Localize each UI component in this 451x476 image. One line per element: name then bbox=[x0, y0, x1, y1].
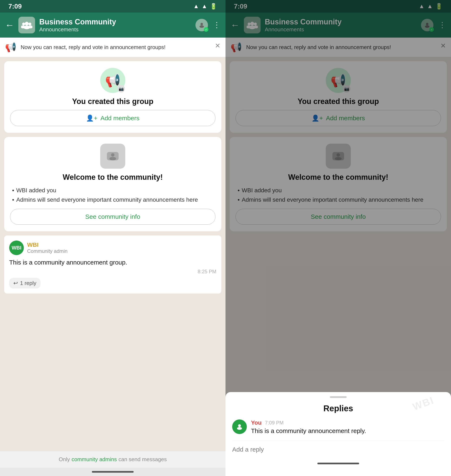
community-title-left: Welcome to the community! bbox=[63, 173, 163, 182]
message-text-left: This is a community announcement group. bbox=[9, 258, 216, 267]
signal-icon: ▲ bbox=[201, 3, 207, 10]
megaphone-big-icon-left: 📢 bbox=[105, 73, 121, 88]
group-avatar-left bbox=[18, 17, 35, 33]
add-members-button-left[interactable]: 👤+ Add members bbox=[10, 110, 215, 126]
replies-title: Replies bbox=[232, 404, 444, 413]
home-indicator-left bbox=[0, 468, 226, 476]
reply-text: This is a community announcement reply. bbox=[251, 427, 444, 434]
chat-header-left: ← Business Community Announcements ✓ ⋮ bbox=[0, 13, 226, 38]
reply-row: You 7:09 PM This is a community announce… bbox=[232, 417, 444, 437]
svg-point-0 bbox=[25, 22, 29, 25]
home-indicator-right bbox=[232, 459, 444, 468]
svg-point-6 bbox=[200, 23, 203, 25]
announcement-banner-left: 📢 Now you can react, reply and vote in a… bbox=[0, 38, 226, 57]
verified-check-left: ✓ bbox=[204, 27, 208, 32]
header-subtitle-left: Announcements bbox=[39, 26, 191, 33]
group-icon-circle-left: 📢 📷 bbox=[100, 68, 125, 93]
replies-sheet: Replies You 7:09 PM This is a community … bbox=[226, 392, 451, 476]
reply-input[interactable] bbox=[232, 441, 444, 455]
community-card-left: Welcome to the community! WBI added you … bbox=[4, 137, 221, 231]
svg-point-4 bbox=[28, 23, 31, 25]
home-bar-right bbox=[317, 463, 359, 464]
banner-text-left: Now you can react, reply and vote in ann… bbox=[21, 44, 220, 51]
svg-point-2 bbox=[22, 23, 25, 25]
sender-avatar-left: WBI bbox=[9, 240, 24, 255]
reply-avatar bbox=[232, 420, 247, 434]
right-panel: 7:09 ▲ ▲ 🔋 ← Business Community Announce… bbox=[226, 0, 451, 476]
see-community-info-button-left[interactable]: See community info bbox=[10, 209, 215, 225]
message-sender-row-left: WBI WBI Community admin bbox=[9, 240, 216, 255]
header-info-left: Business Community Announcements bbox=[39, 17, 191, 33]
footer-prefix-left: Only bbox=[59, 456, 70, 463]
chat-footer-left: Only community admins can send messages bbox=[0, 451, 226, 468]
sender-role-left: Community admin bbox=[27, 248, 68, 254]
add-members-icon-left: 👤+ bbox=[86, 114, 98, 122]
message-time-left: 8:25 PM bbox=[9, 269, 216, 275]
verified-badge-left: ✓ bbox=[195, 19, 208, 31]
reply-header: You 7:09 PM bbox=[251, 420, 444, 426]
camera-badge-left: 📷 bbox=[117, 85, 125, 93]
created-group-card-left: 📢 📷 You created this group 👤+ Add member… bbox=[4, 61, 221, 133]
reply-button-left[interactable]: ↩ 1 reply bbox=[9, 278, 40, 288]
wifi-icon: ▲ bbox=[193, 3, 199, 10]
see-info-label-left: See community info bbox=[85, 213, 140, 220]
sender-info-left: WBI Community admin bbox=[27, 242, 68, 254]
status-bar-left: 7:09 ▲ ▲ 🔋 bbox=[0, 0, 226, 13]
chat-message-left: WBI WBI Community admin This is a commun… bbox=[4, 236, 221, 294]
menu-button-left[interactable]: ⋮ bbox=[213, 21, 220, 29]
status-icons-left: ▲ ▲ 🔋 bbox=[193, 3, 217, 10]
bullet-1-left: WBI added you bbox=[12, 186, 215, 195]
sender-name-left: WBI bbox=[27, 242, 68, 248]
time-left: 7:09 bbox=[8, 2, 22, 10]
battery-icon: 🔋 bbox=[210, 3, 217, 10]
svg-point-7 bbox=[199, 25, 204, 28]
created-group-title-left: You created this group bbox=[72, 97, 153, 106]
add-members-label-left: Add members bbox=[100, 115, 139, 122]
svg-point-10 bbox=[109, 157, 116, 160]
header-actions-left: ✓ ⋮ bbox=[195, 19, 220, 31]
back-button-left[interactable]: ← bbox=[5, 20, 14, 30]
chat-area-left: 📢 📷 You created this group 👤+ Add member… bbox=[0, 57, 226, 451]
bullet-2-left: Admins will send everyone important comm… bbox=[12, 195, 215, 205]
header-title-left: Business Community bbox=[39, 17, 191, 26]
sheet-handle bbox=[330, 396, 347, 398]
footer-link-left[interactable]: community admins bbox=[72, 456, 117, 463]
reply-content: You 7:09 PM This is a community announce… bbox=[251, 420, 444, 434]
reply-author: You bbox=[251, 420, 262, 426]
close-banner-button-left[interactable]: ✕ bbox=[215, 42, 220, 50]
megaphone-icon-left: 📢 bbox=[5, 42, 17, 53]
left-panel: 7:09 ▲ ▲ 🔋 ← Business Community Announce… bbox=[0, 0, 226, 476]
svg-point-9 bbox=[111, 153, 114, 157]
reply-icon-left: ↩ bbox=[13, 280, 18, 286]
home-bar-left bbox=[92, 471, 134, 473]
footer-suffix-left: can send messages bbox=[118, 456, 167, 463]
svg-point-23 bbox=[237, 427, 242, 430]
reply-time: 7:09 PM bbox=[265, 420, 283, 426]
community-group-icon-left bbox=[100, 144, 125, 169]
svg-point-22 bbox=[238, 424, 241, 427]
reply-count-left: 1 reply bbox=[20, 280, 36, 286]
community-bullets-left: WBI added you Admins will send everyone … bbox=[10, 186, 215, 205]
